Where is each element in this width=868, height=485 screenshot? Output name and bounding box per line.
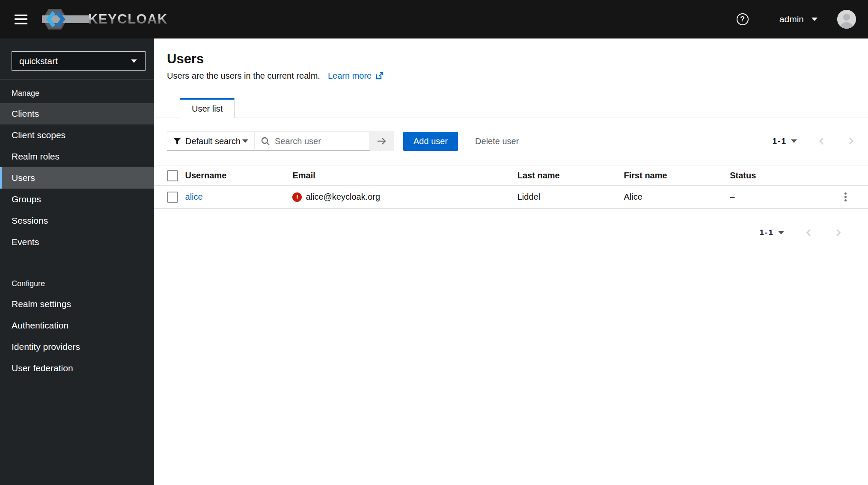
sidebar-item-clients[interactable]: Clients <box>0 103 154 124</box>
filter-icon <box>173 138 181 145</box>
realm-name: quickstart <box>19 56 58 66</box>
search-type-dropdown[interactable]: Default search <box>167 131 255 151</box>
search-icon <box>261 137 270 145</box>
pagination-prev-icon[interactable] <box>805 228 813 237</box>
nav-toggle-icon[interactable] <box>15 15 27 24</box>
username-link[interactable]: alice <box>185 192 203 201</box>
email-cell: ! alice@keycloak.org <box>292 192 517 202</box>
masthead: KEYCLOAK ? admin <box>0 0 868 38</box>
page-description: Users are the users in the current realm… <box>167 71 855 81</box>
avatar-icon <box>837 10 856 29</box>
column-header-first-name: First name <box>624 166 730 186</box>
last-name-cell: Liddel <box>517 186 624 209</box>
main-content: Users Users are the users in the current… <box>154 38 868 485</box>
sidebar-item-realm-settings[interactable]: Realm settings <box>0 293 154 315</box>
column-header-username: Username <box>185 166 293 186</box>
pagination-options-icon[interactable] <box>791 139 797 143</box>
pagination-top: 1-1 <box>773 136 855 146</box>
chevron-down-icon <box>812 18 817 21</box>
sidebar-item-client-scopes[interactable]: Client scopes <box>0 124 154 146</box>
pagination-prev-icon[interactable] <box>817 136 826 146</box>
column-header-status: Status <box>730 166 839 186</box>
column-header-email: Email <box>292 166 517 186</box>
keycloak-logo: KEYCLOAK <box>41 7 168 32</box>
learn-more-link[interactable]: Learn more <box>328 71 384 81</box>
keycloak-admin-console: KEYCLOAK ? admin quickstart <box>0 0 868 485</box>
realm-selector[interactable]: quickstart <box>12 51 146 71</box>
search-box <box>255 131 370 151</box>
sidebar-item-user-federation[interactable]: User federation <box>0 358 154 379</box>
email-unverified-icon: ! <box>292 192 302 202</box>
sidebar-item-realm-roles[interactable]: Realm roles <box>0 146 154 167</box>
sidebar-item-events[interactable]: Events <box>0 231 154 253</box>
masthead-left: KEYCLOAK <box>0 7 168 32</box>
chevron-down-icon <box>242 139 248 143</box>
email-text: alice@keycloak.org <box>306 192 380 202</box>
pagination-next-icon[interactable] <box>847 136 855 146</box>
select-all-checkbox[interactable] <box>167 170 178 181</box>
sidebar-item-authentication[interactable]: Authentication <box>0 315 154 336</box>
sidebar: quickstart Manage Clients Client scopes … <box>0 38 154 485</box>
delete-user-button[interactable]: Delete user <box>475 136 519 146</box>
keycloak-logo-icon <box>41 7 91 32</box>
nav-section-title: Manage <box>0 80 154 103</box>
table-header-row: Username Email Last name First name Stat… <box>154 166 868 186</box>
chevron-down-icon <box>131 59 137 63</box>
tab-strip-rest <box>235 98 868 118</box>
external-link-icon <box>375 71 384 80</box>
table-row: alice ! alice@keycloak.org Liddel Alice … <box>154 186 868 209</box>
column-header-last-name: Last name <box>517 166 624 186</box>
sidebar-item-identity-providers[interactable]: Identity providers <box>0 336 154 358</box>
pagination-range: 1-1 <box>773 136 787 146</box>
tab-spacer <box>154 98 180 118</box>
user-menu[interactable]: admin <box>779 14 817 24</box>
search-submit-button[interactable] <box>370 131 394 151</box>
pagination-options-icon[interactable] <box>778 231 784 234</box>
help-icon[interactable]: ? <box>737 13 749 25</box>
add-user-button[interactable]: Add user <box>403 132 458 151</box>
masthead-right: ? admin <box>737 10 868 29</box>
search-type-label: Default search <box>185 136 241 146</box>
users-table: Username Email Last name First name Stat… <box>154 166 868 209</box>
search-input[interactable] <box>274 136 365 147</box>
pagination-bottom: 1-1 <box>760 228 842 237</box>
page-description-text: Users are the users in the current realm… <box>167 71 320 81</box>
pagination-next-icon[interactable] <box>834 228 842 237</box>
first-name-cell: Alice <box>624 186 730 209</box>
row-checkbox[interactable] <box>167 192 178 203</box>
tab-strip: User list <box>154 98 868 118</box>
nav-section-configure: Configure Realm settings Authentication … <box>0 270 154 379</box>
sidebar-item-sessions[interactable]: Sessions <box>0 210 154 231</box>
toolbar: Default search Add user Delete user 1-1 <box>167 131 855 151</box>
brand-text: KEYCLOAK <box>88 12 168 27</box>
avatar[interactable] <box>837 10 856 29</box>
kebab-menu-icon[interactable] <box>839 189 852 205</box>
sidebar-item-groups[interactable]: Groups <box>0 189 154 210</box>
user-name: admin <box>779 14 804 24</box>
page-header: Users Users are the users in the current… <box>154 38 868 81</box>
learn-more-label: Learn more <box>328 71 372 81</box>
status-cell: – <box>730 186 839 209</box>
page-title: Users <box>167 51 855 67</box>
nav-section-title: Configure <box>0 270 154 293</box>
sidebar-item-users[interactable]: Users <box>0 167 154 189</box>
tab-user-list[interactable]: User list <box>180 98 235 118</box>
nav-section-manage: Manage Clients Client scopes Realm roles… <box>0 80 154 253</box>
arrow-right-icon <box>377 137 387 145</box>
pagination-range: 1-1 <box>760 228 774 237</box>
